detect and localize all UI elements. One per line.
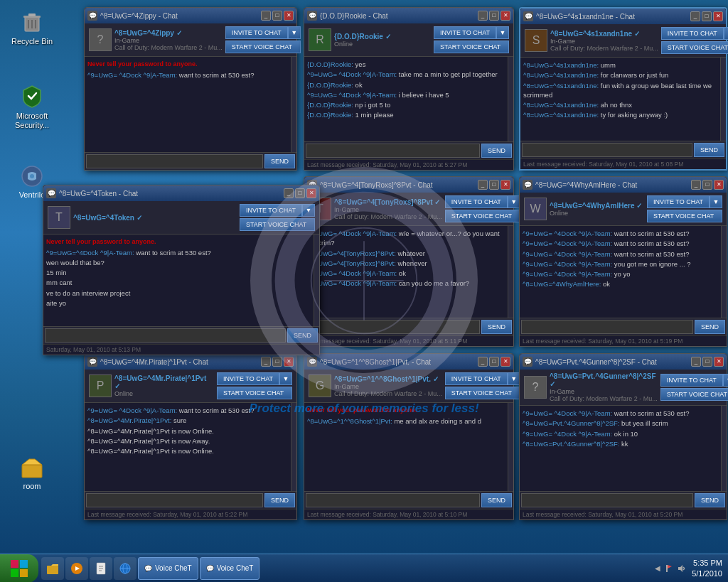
maximize-button-token[interactable]: □ — [295, 188, 305, 198]
invite-chat-arrow-rookie[interactable]: ▼ — [496, 26, 509, 39]
send-button-ghost[interactable]: SEND — [481, 493, 512, 507]
invite-to-chat-button-pirate[interactable]: INVITE TO CHAT — [217, 372, 279, 385]
maximize-button-zippy[interactable]: □ — [272, 11, 282, 21]
close-button-s1x[interactable]: ✕ — [713, 11, 723, 21]
avatar-ghost: G — [309, 374, 331, 397]
close-button-ghost[interactable]: ✕ — [500, 357, 510, 367]
chat-controls-why: _ □ ✕ — [691, 180, 724, 190]
send-button-zippy[interactable]: SEND — [264, 154, 295, 168]
taskbar-documents-icon[interactable] — [90, 557, 112, 580]
send-button-rookie[interactable]: SEND — [481, 144, 512, 158]
scrollbar-why[interactable] — [721, 226, 727, 318]
maximize-button-ghost[interactable]: □ — [489, 357, 499, 367]
close-button-tony[interactable]: ✕ — [500, 180, 510, 190]
invite-to-chat-button-token[interactable]: INVITE TO CHAT — [240, 204, 302, 217]
invite-to-chat-button-rookie[interactable]: INVITE TO CHAT — [434, 26, 496, 39]
invite-to-chat-button-tony[interactable]: INVITE TO CHAT — [445, 195, 508, 208]
scrollbar-rookie[interactable] — [508, 57, 513, 141]
close-button-zippy[interactable]: ✕ — [284, 11, 294, 21]
speaker-icon[interactable] — [676, 564, 686, 573]
chat-window-ghost: 💬 ^8=UwG=^1^^8Ghost^1|Pvt. - Chat _ □ ✕ … — [304, 353, 514, 520]
close-button-gunner[interactable]: ✕ — [714, 357, 724, 367]
start-voice-chat-button-tony[interactable]: START VOICE CHAT — [445, 210, 520, 222]
start-voice-chat-button-rookie[interactable]: START VOICE CHAT — [434, 41, 509, 53]
maximize-button-s1x[interactable]: □ — [702, 11, 712, 21]
chat-input-ghost[interactable] — [306, 493, 480, 507]
close-button-pirate[interactable]: ✕ — [284, 357, 294, 367]
minimize-button-tony[interactable]: _ — [478, 180, 488, 190]
tray-expand-icon[interactable]: ◀ — [655, 564, 660, 572]
send-button-tony[interactable]: SEND — [481, 320, 512, 334]
chat-input-s1x[interactable] — [522, 143, 692, 157]
minimize-button-pirate[interactable]: _ — [261, 357, 271, 367]
chat-input-zippy[interactable] — [86, 154, 263, 168]
maximize-button-why[interactable]: □ — [702, 180, 712, 190]
scrollbar-token[interactable] — [314, 235, 319, 326]
invite-to-chat-button-zippy[interactable]: INVITE TO CHAT — [225, 26, 288, 39]
taskbar-ie-icon[interactable] — [114, 557, 136, 580]
chat-input-why[interactable] — [521, 320, 693, 334]
invite-chat-arrow-why[interactable]: ▼ — [710, 195, 722, 208]
scrollbar-ghost[interactable] — [508, 403, 513, 491]
maximize-button-rookie[interactable]: □ — [489, 11, 499, 21]
chat-input-tony[interactable] — [306, 320, 480, 334]
chat-icon-pirate: 💬 — [87, 357, 97, 367]
send-button-pirate[interactable]: SEND — [264, 493, 295, 507]
svg-rect-17 — [47, 566, 58, 574]
svg-rect-14 — [20, 560, 28, 568]
user-status-pirate: Online — [114, 390, 214, 397]
scrollbar-pirate[interactable] — [291, 403, 296, 491]
chat-controls-s1x: _ □ ✕ — [690, 11, 723, 21]
chat-actions-token: INVITE TO CHAT ▼ START VOICE CHAT — [240, 204, 315, 231]
start-voice-chat-button-gunner[interactable]: START VOICE CHAT — [660, 388, 728, 401]
taskbar-mediaplayer-icon[interactable] — [65, 557, 88, 580]
invite-chat-arrow-token[interactable]: ▼ — [302, 204, 315, 217]
send-button-gunner[interactable]: SEND — [695, 493, 725, 507]
minimize-button-rookie[interactable]: _ — [478, 11, 488, 21]
chat-input-pirate[interactable] — [86, 493, 263, 507]
scrollbar-tony[interactable] — [508, 226, 513, 318]
start-button[interactable] — [0, 554, 38, 583]
taskbar-voice-chet2[interactable]: 💬 Voice CheT — [200, 557, 260, 580]
send-button-s1x[interactable]: SEND — [694, 143, 724, 157]
chat-input-rookie[interactable] — [306, 144, 480, 158]
invite-to-chat-button-s1x[interactable]: INVITE TO CHAT — [661, 27, 724, 40]
invite-to-chat-button-ghost[interactable]: INVITE TO CHAT — [445, 372, 508, 385]
chat-user-bar-rookie: R {D.O.D}Rookie ✓ Online INVITE TO CHAT … — [304, 23, 513, 57]
maximize-button-tony[interactable]: □ — [489, 180, 499, 190]
start-voice-chat-button-s1x[interactable]: START VOICE CHAT — [661, 41, 728, 54]
send-button-why[interactable]: SEND — [695, 320, 725, 334]
close-button-token[interactable]: ✕ — [306, 188, 316, 198]
start-voice-chat-button-ghost[interactable]: START VOICE CHAT — [445, 387, 520, 399]
close-button-why[interactable]: ✕ — [714, 180, 724, 190]
invite-chat-arrow-zippy[interactable]: ▼ — [288, 26, 301, 39]
invite-to-chat-button-why[interactable]: INVITE TO CHAT — [647, 195, 710, 208]
scrollbar-gunner[interactable] — [721, 406, 727, 491]
taskbar-voice-chet1[interactable]: 💬 Voice CheT — [138, 557, 198, 580]
user-info-tony: ^8=UwG=^4[TonyRoxs]^8Pvt ✓ In-Game Call … — [334, 198, 442, 220]
scrollbar-zippy[interactable] — [291, 57, 296, 152]
minimize-button-why[interactable]: _ — [691, 180, 701, 190]
invite-to-chat-button-gunner[interactable]: INVITE TO CHAT — [660, 374, 723, 387]
start-voice-chat-button-pirate[interactable]: START VOICE CHAT — [217, 387, 292, 399]
scrollbar-s1x[interactable] — [720, 58, 726, 141]
send-button-token[interactable]: SEND — [287, 328, 318, 343]
invite-chat-arrow-gunner[interactable]: ▼ — [723, 374, 728, 387]
close-button-rookie[interactable]: ✕ — [500, 11, 510, 21]
invite-chat-arrow-pirate[interactable]: ▼ — [279, 372, 292, 385]
maximize-button-gunner[interactable]: □ — [702, 357, 712, 367]
minimize-button-token[interactable]: _ — [284, 188, 294, 198]
minimize-button-s1x[interactable]: _ — [690, 11, 700, 21]
start-voice-chat-button-why[interactable]: START VOICE CHAT — [647, 210, 722, 222]
start-voice-chat-button-token[interactable]: START VOICE CHAT — [240, 218, 315, 231]
minimize-button-gunner[interactable]: _ — [691, 357, 701, 367]
chat-window-gunner: 💬 ^8=UwG=Pvt.^4Gunner^8|^2SF - Chat _ □ … — [519, 353, 727, 520]
minimize-button-zippy[interactable]: _ — [261, 11, 271, 21]
minimize-button-ghost[interactable]: _ — [478, 357, 488, 367]
maximize-button-pirate[interactable]: □ — [272, 357, 282, 367]
start-voice-chat-button-zippy[interactable]: START VOICE CHAT — [225, 41, 301, 53]
chat-input-token[interactable] — [45, 328, 286, 343]
taskbar-folder-icon[interactable] — [41, 557, 64, 580]
invite-chat-arrow-s1x[interactable]: ▼ — [724, 27, 728, 40]
chat-input-gunner[interactable] — [521, 493, 693, 507]
